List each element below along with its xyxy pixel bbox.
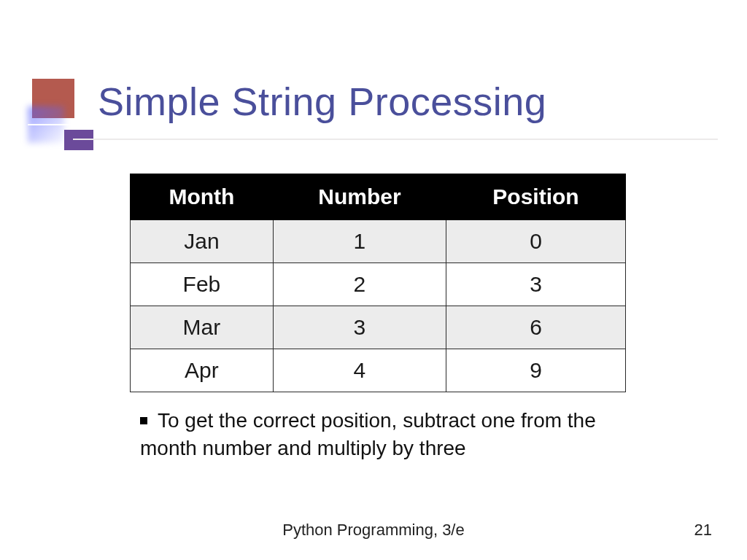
col-month: Month <box>131 174 274 220</box>
cell-number: 2 <box>273 263 446 306</box>
slide-title: Simple String Processing <box>98 79 718 133</box>
cell-month: Jan <box>131 220 274 263</box>
month-table: Month Number Position Jan 1 0 Feb 2 3 Ma… <box>130 174 626 392</box>
bullet-text: To get the correct position, subtract on… <box>140 409 596 459</box>
table-row: Feb 2 3 <box>131 263 626 306</box>
cell-position: 6 <box>446 306 626 349</box>
cell-number: 1 <box>273 220 446 263</box>
cell-position: 3 <box>446 263 626 306</box>
bullet-point: To get the correct position, subtract on… <box>140 407 636 462</box>
cell-month: Mar <box>131 306 274 349</box>
page-number: 21 <box>694 521 712 540</box>
footer-text: Python Programming, 3/e <box>0 521 747 540</box>
cell-month: Apr <box>131 349 274 392</box>
slide-decoration <box>28 79 86 152</box>
cell-position: 9 <box>446 349 626 392</box>
col-position: Position <box>446 174 626 220</box>
table-row: Jan 1 0 <box>131 220 626 263</box>
cell-position: 0 <box>446 220 626 263</box>
col-number: Number <box>273 174 446 220</box>
cell-number: 4 <box>273 349 446 392</box>
table-row: Apr 4 9 <box>131 349 626 392</box>
table-row: Mar 3 6 <box>131 306 626 349</box>
cell-number: 3 <box>273 306 446 349</box>
table-header-row: Month Number Position <box>131 174 626 220</box>
title-underline <box>73 139 718 140</box>
bullet-marker-icon <box>140 417 147 424</box>
cell-month: Feb <box>131 263 274 306</box>
